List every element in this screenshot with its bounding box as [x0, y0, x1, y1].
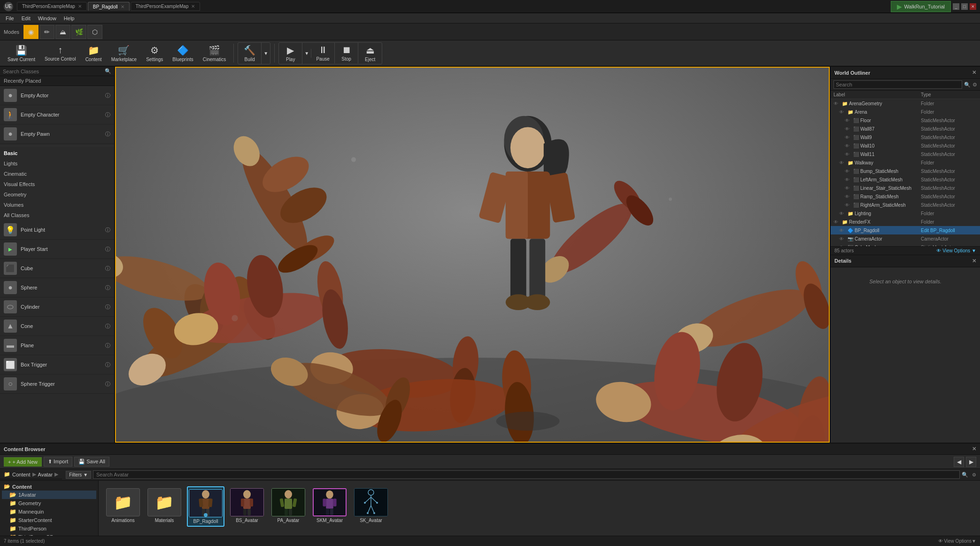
outliner-linear-stair[interactable]: 👁 ⬛ Linear_Stair_StaticMesh StaticMeshAc…: [831, 184, 980, 192]
folder-third-person[interactable]: 📁 ThirdPerson: [2, 524, 96, 533]
menu-help[interactable]: Help: [60, 15, 78, 22]
play-btn[interactable]: ▶ Play: [279, 43, 302, 64]
outliner-lighting[interactable]: 👁 📁 Lighting Folder: [831, 209, 980, 218]
content-btn[interactable]: 📁 Content: [82, 43, 106, 64]
eject-btn[interactable]: ⏏ Eject: [358, 43, 382, 64]
outliner-wall10[interactable]: 👁 ⬛ Wall10 StaticMeshActor: [831, 141, 980, 150]
actor-player-start[interactable]: ▶ Player Start ⓘ: [0, 240, 114, 259]
actor-point-light[interactable]: 💡 Point Light ⓘ: [0, 220, 114, 240]
cb-close-icon[interactable]: ✕: [972, 446, 976, 452]
content-search-input[interactable]: [93, 470, 960, 479]
actor-box-trigger[interactable]: ⬜ Box Trigger ⓘ: [0, 355, 114, 374]
outliner-wall9[interactable]: 👁 ⬛ Wall9 StaticMeshActor: [831, 133, 980, 141]
folder-mannequin[interactable]: 📁 Mannequin: [2, 507, 96, 516]
path-avatar[interactable]: Avatar: [38, 472, 53, 477]
cb-view-options-label[interactable]: 👁 View Options▼: [938, 538, 976, 544]
outliner-arena[interactable]: 👁 📁 Arena Folder: [831, 108, 980, 116]
outliner-walkway[interactable]: 👁 📁 Walkway Folder: [831, 158, 980, 167]
bp-ragdoll-type[interactable]: Edit BP_Ragdoll: [921, 228, 977, 233]
minimize-btn[interactable]: _: [953, 3, 959, 10]
outliner-leftarm[interactable]: 👁 ⬛ LeftArm_StaticMesh StaticMeshActor: [831, 175, 980, 184]
cat-lights[interactable]: Lights: [0, 158, 114, 169]
tab-map2[interactable]: ThirdPersonExampleMap ✕: [131, 2, 201, 11]
cat-all-classes[interactable]: All Classes: [0, 210, 114, 220]
menu-window[interactable]: Window: [34, 15, 60, 22]
actor-sphere-trigger[interactable]: ○ Sphere Trigger ⓘ: [0, 374, 114, 394]
walkrun-tutorial-btn[interactable]: ▶ WalkRun_Tutorial: [891, 1, 951, 12]
search-classes-input[interactable]: [3, 69, 105, 74]
source-control-btn[interactable]: ↑ Source Control: [41, 43, 80, 63]
asset-bp-ragdoll[interactable]: BP_Ragdoll: [187, 486, 224, 527]
actor-empty-actor[interactable]: ● Empty Actor ⓘ: [0, 86, 114, 105]
nav-back-btn[interactable]: ◀: [954, 457, 964, 467]
path-content[interactable]: Content: [12, 472, 31, 477]
outliner-arena-geometry[interactable]: 👁 📁 ArenaGeometry Folder: [831, 99, 980, 108]
cat-volumes[interactable]: Volumes: [0, 200, 114, 210]
cb-view-options-btn[interactable]: ⚙: [972, 472, 976, 477]
actor-empty-pawn[interactable]: ● Empty Pawn ⓘ: [0, 125, 114, 144]
blueprints-btn[interactable]: 🔷 Blueprints: [169, 43, 197, 64]
stop-btn[interactable]: ⏹ Stop: [335, 43, 358, 63]
folder-geometry[interactable]: 📁 Geometry: [2, 499, 96, 507]
asset-skm-avatar[interactable]: SKM_Avatar: [311, 486, 348, 527]
cat-geometry[interactable]: Geometry: [0, 189, 114, 200]
tab-map1[interactable]: ThirdPersonExampleMap ✕: [17, 2, 87, 11]
outliner-search-input[interactable]: [833, 80, 962, 89]
asset-pa-avatar[interactable]: PA_Avatar: [270, 486, 307, 527]
view-options-btn[interactable]: 👁 View Options▼: [936, 248, 976, 253]
filters-btn[interactable]: Filters ▼: [66, 471, 91, 479]
outliner-ramp[interactable]: 👁 ⬛ Ramp_StaticMesh StaticMeshActor: [831, 192, 980, 201]
details-close-icon[interactable]: ✕: [972, 258, 976, 264]
cinematics-btn[interactable]: 🎬 Cinematics: [199, 43, 230, 64]
cat-visual-effects[interactable]: Visual Effects: [0, 179, 114, 189]
outliner-camera[interactable]: 👁 📷 CameraActor CameraActor: [831, 234, 980, 243]
close-btn[interactable]: ✕: [970, 3, 976, 10]
save-all-btn[interactable]: 💾 Save All: [74, 457, 109, 467]
import-btn[interactable]: ⬆ Import: [44, 457, 72, 467]
outliner-rightarm[interactable]: 👁 ⬛ RightArm_StaticMesh StaticMeshActor: [831, 201, 980, 209]
folder-1avatar[interactable]: 📂 1Avatar: [2, 491, 96, 499]
outliner-wall87[interactable]: 👁 ⬛ Wall87 StaticMeshActor: [831, 125, 980, 133]
actor-empty-character[interactable]: 🚶 Empty Character ⓘ: [0, 105, 114, 125]
outliner-close-icon[interactable]: ✕: [972, 70, 976, 76]
viewport[interactable]: [115, 67, 830, 443]
actor-cylinder[interactable]: ⬭ Cylinder ⓘ: [0, 297, 114, 317]
outliner-renderfx[interactable]: 👁 📁 RenderFX Folder: [831, 218, 980, 226]
outliner-bp-ragdoll[interactable]: 👁 🔷 BP_Ragdoll Edit BP_Ragdoll: [831, 226, 980, 234]
mode-paint[interactable]: ✏: [39, 25, 54, 39]
menu-file[interactable]: File: [2, 15, 18, 22]
asset-animations[interactable]: 📁 Animations: [104, 486, 142, 527]
cat-cinematic[interactable]: Cinematic: [0, 169, 114, 179]
folder-starter-label: StarterContent: [18, 517, 52, 523]
asset-bs-avatar[interactable]: BS_Avatar: [228, 486, 266, 527]
build-dropdown-btn[interactable]: ▼: [262, 49, 270, 58]
asset-sk-avatar[interactable]: SK_Avatar: [352, 486, 390, 527]
outliner-wall11[interactable]: 👁 ⬛ Wall11 StaticMeshActor: [831, 150, 980, 158]
nav-forward-btn[interactable]: ▶: [966, 457, 976, 467]
folder-starter-content[interactable]: 📁 StarterContent: [2, 516, 96, 524]
tab-bp-ragdoll[interactable]: BP_Ragdoll ✕: [88, 2, 130, 11]
menu-edit[interactable]: Edit: [18, 15, 34, 22]
pause-btn[interactable]: ⏸ Pause: [311, 43, 335, 63]
outliner-bump[interactable]: 👁 ⬛ Bump_StaticMesh StaticMeshActor: [831, 167, 980, 175]
cat-basic[interactable]: Basic: [0, 148, 114, 158]
actor-plane[interactable]: ▬ Plane ⓘ: [0, 336, 114, 355]
mode-geometry[interactable]: ⬡: [87, 25, 102, 39]
marketplace-btn[interactable]: 🛒 Marketplace: [108, 43, 140, 64]
outliner-settings-icon[interactable]: ⚙: [972, 82, 977, 88]
play-dropdown-btn[interactable]: ▼: [302, 49, 311, 58]
settings-btn[interactable]: ⚙ Settings: [142, 43, 167, 64]
actor-cube[interactable]: ⬛ Cube ⓘ: [0, 259, 114, 278]
actor-cone[interactable]: ▲ Cone ⓘ: [0, 317, 114, 336]
build-btn[interactable]: 🔨 Build: [238, 43, 262, 64]
outliner-floor[interactable]: 👁 ⬛ Floor StaticMeshActor: [831, 116, 980, 125]
asset-materials[interactable]: 📁 Materials: [146, 486, 183, 527]
import-label: Import: [54, 459, 68, 464]
maximize-btn[interactable]: □: [961, 3, 968, 10]
add-new-btn[interactable]: + + Add New: [4, 457, 42, 467]
mode-foliage[interactable]: 🌿: [71, 25, 86, 39]
save-current-btn[interactable]: 💾 Save Current: [4, 43, 39, 64]
mode-landscape[interactable]: ⛰: [55, 25, 70, 39]
mode-place[interactable]: ◉: [23, 25, 39, 39]
actor-sphere[interactable]: ● Sphere ⓘ: [0, 278, 114, 297]
